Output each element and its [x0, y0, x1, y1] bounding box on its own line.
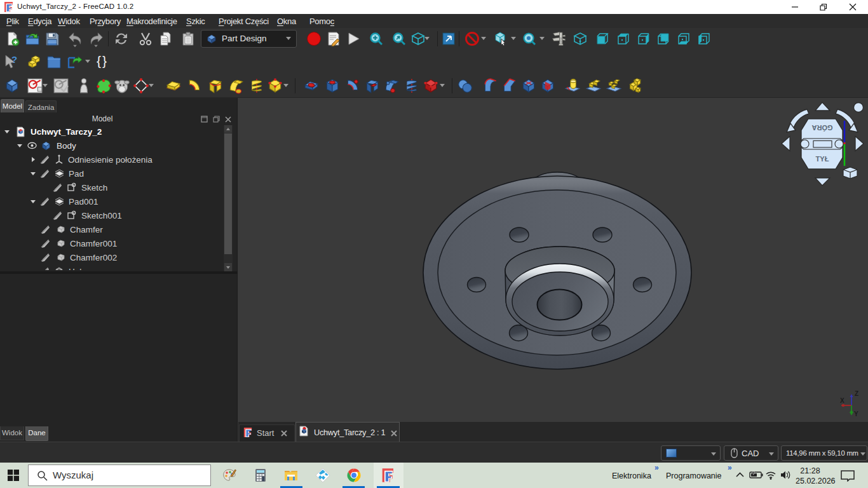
svg-text:X: X	[840, 397, 844, 404]
svg-text:?: ?	[11, 54, 17, 65]
svg-text:Y: Y	[854, 410, 858, 417]
svg-text:GÓRA: GÓRA	[811, 124, 832, 132]
svg-text:TYŁ: TYŁ	[816, 155, 829, 163]
svg-text:Z: Z	[855, 390, 858, 397]
